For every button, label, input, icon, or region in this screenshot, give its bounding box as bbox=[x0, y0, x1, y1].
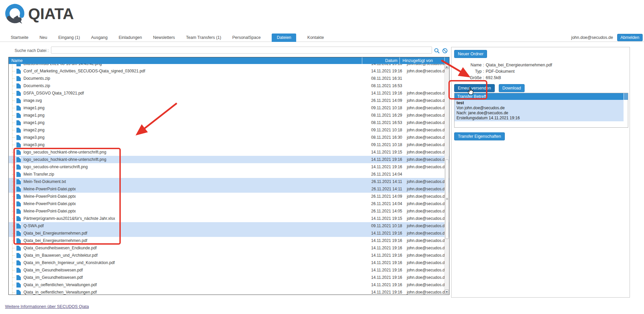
file-added-by: john.doe@secudos.de bbox=[404, 275, 449, 280]
tab-ausgang[interactable]: Ausgang bbox=[91, 34, 107, 42]
file-date: 14.11.2021 19:16 bbox=[367, 91, 404, 96]
file-date: 26.11.2021 14:04 bbox=[367, 172, 404, 177]
scroll-down-icon[interactable] bbox=[445, 290, 449, 294]
resend-button[interactable]: Erneut versenden bbox=[454, 84, 495, 92]
footer-info-link[interactable]: Weitere Informationen über SECUDOS Qiata bbox=[5, 304, 89, 309]
file-name: Mein Transfer.zip bbox=[23, 172, 54, 177]
table-row[interactable]: Q-SWA.pdf09.11.2021 10:18john.doe@secudo… bbox=[9, 222, 449, 230]
table-row[interactable]: Qiata_im_Gesundheitswesen.pdf14.11.2021 … bbox=[9, 266, 449, 274]
table-row[interactable]: image2.png09.11.2021 10:18john.doe@secud… bbox=[9, 126, 449, 134]
table-row[interactable]: logo_secudos_hochkant-ohne-unterschrift.… bbox=[9, 156, 449, 163]
tab-einladungen[interactable]: Einladungen bbox=[119, 34, 142, 42]
table-row[interactable]: logo_secudos_hochkant-ohne-unterschrift.… bbox=[9, 148, 449, 156]
table-row[interactable]: Pärtnerprügramm-aus2021&für's_nächste Ja… bbox=[9, 215, 449, 222]
table-row[interactable]: Qiata_bei_Energieunternehmen.pdf14.11.20… bbox=[9, 230, 449, 237]
tree-connector bbox=[12, 178, 16, 185]
scroll-up-icon[interactable] bbox=[445, 65, 449, 69]
column-header-date[interactable]: Datum bbox=[362, 57, 399, 64]
file-name-cell: image3.png bbox=[9, 141, 367, 148]
tab-team-transfers-1[interactable]: Team Transfers (1) bbox=[186, 34, 221, 42]
table-row[interactable]: DSFA_DSGVO Qiata_170921.pdf14.11.2021 19… bbox=[9, 89, 449, 97]
file-date: 09.11.2021 10:18 bbox=[367, 106, 404, 110]
table-row[interactable]: Qiata_im_Bauwesen_und_Architektur.pdf14.… bbox=[9, 252, 449, 259]
file-added-by: john.doe@secudos.de bbox=[404, 246, 449, 250]
tree-connector bbox=[12, 163, 16, 171]
file-date: 14.11.2021 19:16 bbox=[367, 238, 404, 243]
file-date: 08.11.2021 16:29 bbox=[367, 113, 404, 118]
file-name: Meine-PowerPoint-Datei.pptx bbox=[23, 201, 76, 206]
table-row[interactable]: Qiata_im_Bereich_Ingenieur_und_Konstrukt… bbox=[9, 259, 449, 266]
tree-connector bbox=[12, 64, 16, 67]
tree-connector bbox=[12, 126, 16, 134]
clear-filter-icon[interactable] bbox=[442, 48, 448, 54]
file-name-cell: Qiata_im_Gesundheitswesen.pdf bbox=[9, 266, 367, 274]
tab-dateien[interactable]: Dateien bbox=[272, 34, 296, 42]
file-name-cell: Meine-PowerPoint-Datei.pptx bbox=[9, 207, 367, 215]
tree-connector bbox=[12, 97, 16, 104]
file-date: 26.11.2021 14:09 bbox=[367, 98, 404, 103]
file-icon bbox=[16, 150, 21, 155]
tree-connector bbox=[12, 237, 16, 244]
column-header-name[interactable]: Name bbox=[9, 57, 362, 64]
tab-personalspace[interactable]: PersonalSpace bbox=[232, 34, 261, 42]
table-row[interactable]: Documents.zip08.11.2021 16:31 bbox=[9, 75, 449, 82]
table-row[interactable]: Qiata_bei_Energieunternehmen.pdf14.11.20… bbox=[9, 237, 449, 244]
file-icon bbox=[16, 201, 21, 206]
table-row[interactable]: image.svg26.11.2021 14:09john.doe@secudo… bbox=[9, 97, 449, 104]
table-row[interactable]: image1.png08.11.2021 16:29john.doe@secud… bbox=[9, 112, 449, 119]
search-input[interactable] bbox=[51, 47, 432, 54]
table-row[interactable]: Mein Transfer.zip26.11.2021 14:04 bbox=[9, 171, 449, 178]
table-row[interactable]: Qiata_in_oeffentlichen_Verwaltungen.pdf1… bbox=[9, 281, 449, 289]
table-row[interactable]: Qiata_in_oeffentlichen_Verwaltungen.pdf1… bbox=[9, 289, 449, 295]
tab-newsletters[interactable]: Newsletters bbox=[153, 34, 175, 42]
file-added-by: john.doe@secudos.de bbox=[404, 194, 449, 199]
table-row[interactable]: image3.png08.11.2021 16:30john.doe@secud… bbox=[9, 134, 449, 141]
table-row[interactable]: Mein-Text-Dokument.txt26.11.2021 14:11jo… bbox=[9, 178, 449, 185]
table-row[interactable]: Bildschirmfoto 2021-08-16 um 14.43.42.pn… bbox=[9, 64, 449, 67]
table-row[interactable]: Conf_of_Marketing_Activities_SECUDOS-Qia… bbox=[9, 67, 449, 75]
file-date: 09.11.2021 10:18 bbox=[367, 224, 404, 228]
table-row[interactable]: Meine-PowerPoint-Datei.pptx26.11.2021 14… bbox=[9, 185, 449, 193]
table-row[interactable]: image1.png08.11.2021 16:53john.doe@secud… bbox=[9, 119, 449, 126]
file-date: 09.11.2021 10:18 bbox=[367, 128, 404, 132]
table-row[interactable]: image3.png09.11.2021 10:18john.doe@secud… bbox=[9, 141, 449, 148]
column-header-added-by[interactable]: Hinzugefügt von bbox=[399, 57, 444, 64]
table-row[interactable]: Qiata_im_Gesundheitswesen.pdf14.11.2021 … bbox=[9, 274, 449, 281]
file-name-cell: DSFA_DSGVO Qiata_170921.pdf bbox=[9, 89, 367, 97]
tree-connector bbox=[12, 148, 16, 156]
tab-neu[interactable]: Neu bbox=[40, 34, 47, 42]
table-row[interactable]: logo_secudos-ohne-unterschrift.png14.11.… bbox=[9, 163, 449, 171]
file-date: 26.11.2021 14:05 bbox=[367, 209, 404, 213]
table-row[interactable]: Qiata_Gesundheitswesen_Endkunde.pdf14.11… bbox=[9, 244, 449, 252]
table-row[interactable]: Meine-PowerPoint-Datei.pptx26.11.2021 14… bbox=[9, 207, 449, 215]
search-icon[interactable] bbox=[434, 48, 440, 54]
download-button[interactable]: Download bbox=[499, 84, 525, 92]
file-icon bbox=[16, 165, 21, 170]
tab-eingang-1[interactable]: Eingang (1) bbox=[58, 34, 80, 42]
tree-connector bbox=[12, 141, 16, 148]
table-scrollbar[interactable] bbox=[444, 64, 449, 294]
table-row[interactable]: Documents.zip08.11.2021 16:53 bbox=[9, 82, 449, 89]
file-date: 14.11.2021 19:16 bbox=[367, 268, 404, 272]
tree-connector bbox=[12, 215, 16, 222]
transfer-item[interactable]: test Von john.doe@secudos.de Nach: jane.… bbox=[454, 100, 624, 121]
logout-button[interactable]: Abmelden bbox=[617, 34, 643, 41]
file-added-by: john.doe@secudos.de bbox=[404, 150, 449, 154]
qiata-q-icon bbox=[4, 3, 27, 25]
tree-connector bbox=[12, 266, 16, 274]
tab-startseite[interactable]: Startseite bbox=[11, 34, 29, 42]
table-row[interactable]: Meine-PowerPoint-Datei.pptx26.11.2021 14… bbox=[9, 193, 449, 200]
tab-kontakte[interactable]: Kontakte bbox=[307, 34, 324, 42]
transfer-properties-button[interactable]: Transfer Eigenschaften bbox=[454, 132, 505, 140]
scrollbar-thumb[interactable] bbox=[445, 160, 449, 239]
table-row[interactable]: image1.png09.11.2021 10:18john.doe@secud… bbox=[9, 104, 449, 112]
file-added-by: john.doe@secudos.de bbox=[404, 128, 449, 132]
file-name: image.svg bbox=[23, 98, 42, 103]
file-name: image1.png bbox=[23, 113, 45, 118]
user-email: john.doe@secudos.de bbox=[571, 35, 613, 40]
file-icon bbox=[16, 172, 21, 177]
file-type-label: Typ : bbox=[451, 69, 484, 74]
new-folder-button[interactable]: Neuer Ordner bbox=[454, 50, 487, 58]
table-row[interactable]: Meine-PowerPoint-Datei.pptx26.11.2021 14… bbox=[9, 200, 449, 207]
file-added-by: john.doe@secudos.de bbox=[404, 69, 449, 73]
